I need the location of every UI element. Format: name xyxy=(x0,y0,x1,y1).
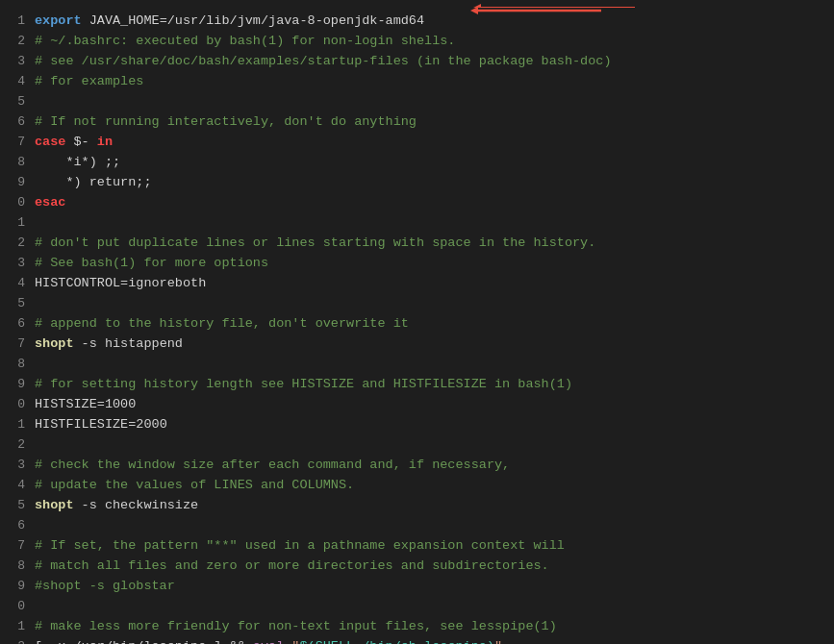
line-number: 7 xyxy=(8,334,25,354)
line-number: 8 xyxy=(8,153,25,172)
line-code: # If not running interactively, don't do… xyxy=(35,112,826,133)
code-line: 1# make less more friendly for non-text … xyxy=(0,617,834,637)
line-number: 5 xyxy=(8,294,25,313)
line-code: esac xyxy=(35,193,826,213)
line-code: # see /usr/share/doc/bash/examples/start… xyxy=(35,52,826,72)
code-line: 9#shopt -s globstar xyxy=(0,577,834,597)
code-line: 7# If set, the pattern "**" used in a pa… xyxy=(0,536,834,557)
line-code: # make less more friendly for non-text i… xyxy=(35,617,826,637)
token: -s histappend xyxy=(74,336,183,351)
code-line: 7shopt -s histappend xyxy=(0,334,834,355)
token: [ -x /usr/bin/lesspipe ] && xyxy=(35,639,253,644)
line-number: 3 xyxy=(8,254,25,273)
code-line: 3# See bash(1) for more options xyxy=(0,254,834,274)
line-code: shopt -s checkwinsize xyxy=(35,496,826,516)
line-number: 7 xyxy=(8,133,25,152)
line-code: # for setting history length see HISTSIZ… xyxy=(35,375,826,395)
token: " xyxy=(494,639,502,644)
token: esac xyxy=(35,195,65,210)
code-line: 2# ~/.bashrc: executed by bash(1) for no… xyxy=(0,32,834,52)
line-number: 9 xyxy=(8,577,25,596)
line-number: 9 xyxy=(8,173,25,192)
token: # If not running interactively, don't do… xyxy=(35,114,417,129)
line-number: 6 xyxy=(8,314,25,334)
token: # make less more friendly for non-text i… xyxy=(35,619,557,633)
line-number: 3 xyxy=(8,456,25,475)
token: 2000 xyxy=(136,417,166,432)
token: *i*) ;; xyxy=(35,155,120,169)
code-line: 6# append to the history file, don't ove… xyxy=(0,314,834,334)
line-code: *i*) ;; xyxy=(35,153,826,173)
code-line: 9# for setting history length see HISTSI… xyxy=(0,375,834,395)
token: -s checkwinsize xyxy=(74,498,199,512)
line-code: HISTFILESIZE=2000 xyxy=(35,415,826,435)
line-number: 2 xyxy=(8,637,25,644)
code-line: 0esac xyxy=(0,193,834,213)
line-code: *) return;; xyxy=(35,173,826,193)
line-number: 1 xyxy=(8,12,25,31)
line-number: 8 xyxy=(8,557,25,576)
code-line: 1export JAVA_HOME=/usr/lib/jvm/java-8-op… xyxy=(0,12,834,32)
code-line: 1HISTFILESIZE=2000 xyxy=(0,415,834,435)
token: #shopt -s globstar xyxy=(35,579,175,593)
code-line: 6# If not running interactively, don't d… xyxy=(0,112,834,133)
line-number: 3 xyxy=(8,52,25,71)
code-line: 0 xyxy=(0,597,834,617)
token: HISTFILESIZE= xyxy=(35,417,136,432)
line-number: 7 xyxy=(8,536,25,556)
line-number: 6 xyxy=(8,516,25,535)
line-code: #shopt -s globstar xyxy=(35,577,826,597)
token: # See bash(1) for more options xyxy=(35,256,268,270)
line-number: 0 xyxy=(8,597,25,616)
token: HISTSIZE= xyxy=(35,397,105,411)
line-number: 2 xyxy=(8,234,25,253)
token: export xyxy=(35,13,89,28)
line-code: shopt -s histappend xyxy=(35,334,826,355)
line-code: # don't put duplicate lines or lines sta… xyxy=(35,234,826,254)
code-line: 5 xyxy=(0,294,834,314)
token: # append to the history file, don't over… xyxy=(35,316,409,331)
line-number: 5 xyxy=(8,92,25,111)
line-number: 0 xyxy=(8,193,25,212)
token: in xyxy=(97,135,113,149)
line-code: export JAVA_HOME=/usr/lib/jvm/java-8-ope… xyxy=(35,12,826,32)
token: # for setting history length see HISTSIZ… xyxy=(35,377,572,391)
line-number: 9 xyxy=(8,375,25,394)
line-code: # See bash(1) for more options xyxy=(35,254,826,274)
line-number: 8 xyxy=(8,355,25,374)
code-line: 7case $- in xyxy=(0,133,834,153)
code-line: 1 xyxy=(0,213,834,234)
line-number: 1 xyxy=(8,415,25,434)
line-code: # update the values of LINES and COLUMNS… xyxy=(35,476,826,496)
code-line: 2 xyxy=(0,435,834,456)
main-code-area: 1export JAVA_HOME=/usr/lib/jvm/java-8-op… xyxy=(0,8,834,644)
line-code: [ -x /usr/bin/lesspipe ] && eval "$(SHEL… xyxy=(35,637,826,644)
token: case xyxy=(35,135,65,149)
token: # If set, the pattern "**" used in a pat… xyxy=(35,538,565,553)
line-number: 1 xyxy=(8,617,25,636)
token: # match all files and zero or more direc… xyxy=(35,558,549,573)
line-number: 4 xyxy=(8,476,25,495)
code-line: 2# don't put duplicate lines or lines st… xyxy=(0,234,834,254)
token: ignoreboth xyxy=(128,276,206,290)
line-code: # ~/.bashrc: executed by bash(1) for non… xyxy=(35,32,826,52)
line-number: 0 xyxy=(8,395,25,414)
line-number: 1 xyxy=(8,213,25,233)
code-container xyxy=(0,0,834,8)
token: shopt xyxy=(35,498,74,512)
token: # for examples xyxy=(35,74,143,88)
code-line: 5 xyxy=(0,92,834,112)
token: $(SHELL=/bin/sh lesspipe) xyxy=(299,639,494,644)
code-line: 4# for examples xyxy=(0,72,834,92)
line-code: case $- in xyxy=(35,133,826,153)
code-line: 9 *) return;; xyxy=(0,173,834,193)
line-code: # append to the history file, don't over… xyxy=(35,314,826,334)
token: eval xyxy=(253,639,284,644)
token: # check the window size after each comma… xyxy=(35,458,510,472)
token: *) return;; xyxy=(35,175,152,189)
code-line: 8 xyxy=(0,355,834,375)
code-line: 8# match all files and zero or more dire… xyxy=(0,557,834,577)
code-line: 3# see /usr/share/doc/bash/examples/star… xyxy=(0,52,834,72)
line-number: 2 xyxy=(8,32,25,51)
token: JAVA_HOME=/usr/lib/jvm/java-8-openjdk-am… xyxy=(89,13,424,28)
